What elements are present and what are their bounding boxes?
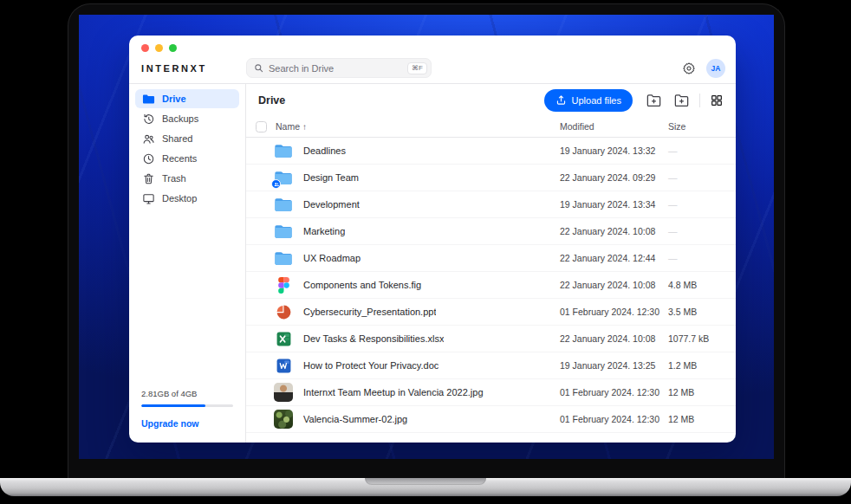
file-size: —	[668, 172, 725, 183]
avatar[interactable]: JA	[706, 59, 725, 78]
excel-file-icon	[274, 329, 293, 348]
grid-view-icon	[710, 94, 724, 107]
table-row[interactable]: Components and Tokens.fig22 January 2024…	[246, 272, 736, 299]
upgrade-link[interactable]: Upgrade now	[141, 418, 199, 429]
sidebar-item-backups[interactable]: Backups	[135, 109, 239, 128]
sidebar-item-recents[interactable]: Recents	[135, 149, 239, 168]
file-modified-date: 01 February 2024. 12:30	[560, 414, 668, 424]
file-name: Deadlines	[303, 145, 346, 156]
main-panel: Drive Upload files	[246, 84, 736, 443]
table-row[interactable]: UX Roadmap22 January 2024. 12:44—	[246, 245, 736, 272]
column-header-name[interactable]: Name ↑	[276, 121, 307, 132]
laptop-bezel: INTERNXT Search in Drive ⌘F	[68, 3, 785, 479]
window-controls	[141, 44, 177, 52]
file-name: Components and Tokens.fig	[303, 280, 421, 290]
folder-icon	[274, 195, 293, 214]
file-name: UX Roadmap	[303, 253, 361, 263]
table-row[interactable]: Development19 January 2024. 13:34—	[246, 191, 736, 218]
folder-icon	[274, 249, 293, 268]
laptop-mockup: INTERNXT Search in Drive ⌘F	[0, 0, 851, 504]
file-size: —	[668, 199, 725, 210]
folder-plus-icon	[673, 92, 690, 108]
file-name: Development	[303, 199, 360, 210]
storage-progress-bar	[141, 404, 233, 407]
file-modified-date: 22 January 2024. 12:44	[560, 253, 668, 263]
column-header-modified[interactable]: Modified	[560, 121, 668, 132]
maximize-window-button[interactable]	[169, 44, 177, 52]
file-name: Dev Tasks & Responsibilities.xlsx	[303, 333, 444, 344]
sidebar-item-desktop[interactable]: Desktop	[135, 189, 239, 208]
search-placeholder: Search in Drive	[269, 63, 402, 74]
folder-icon	[274, 141, 293, 160]
sidebar-item-label: Recents	[162, 153, 197, 164]
file-modified-date: 22 January 2024. 09:29	[560, 172, 668, 183]
file-modified-date: 01 February 2024. 12:30	[560, 387, 668, 397]
word-file-icon	[274, 356, 293, 375]
figma-file-icon	[274, 275, 293, 294]
settings-button[interactable]	[682, 61, 696, 75]
new-folder-button[interactable]	[672, 90, 692, 110]
gear-icon	[682, 61, 696, 75]
file-size: 1077.7 kB	[668, 333, 725, 344]
file-modified-date: 01 February 2024. 12:30	[560, 307, 668, 317]
backups-history-icon	[141, 113, 155, 126]
file-name: Design Team	[303, 172, 359, 183]
table-row[interactable]: Design Team22 January 2024. 09:29—	[246, 165, 736, 191]
sidebar-item-trash[interactable]: Trash	[135, 169, 239, 188]
table-row[interactable]: Internxt Team Meetup in Valencia 2022.jp…	[246, 379, 736, 406]
upload-files-label: Upload files	[572, 95, 621, 106]
file-modified-date: 22 January 2024. 10:08	[560, 333, 668, 344]
storage-panel: 2.81GB of 4GB Upgrade now	[135, 389, 239, 430]
grid-view-button[interactable]	[708, 92, 725, 109]
breadcrumb: Drive	[258, 94, 285, 107]
upload-files-button[interactable]: Upload files	[544, 89, 633, 112]
sidebar-item-label: Desktop	[162, 193, 197, 204]
minimize-window-button[interactable]	[155, 44, 163, 52]
folder-icon	[274, 222, 293, 241]
toolbar-divider	[699, 94, 700, 107]
file-name: Internxt Team Meetup in Valencia 2022.jp…	[303, 387, 484, 397]
file-name: How to Protect Your Privacy.doc	[303, 360, 438, 371]
file-size: —	[668, 145, 725, 156]
file-name: Cybersecurity_Presentation.ppt	[303, 307, 436, 317]
folder-plus-icon	[646, 92, 662, 108]
recents-clock-icon	[141, 152, 155, 165]
sidebar-item-drive[interactable]: Drive	[135, 89, 239, 108]
file-size: 1.2 MB	[668, 360, 725, 371]
window-topbar: INTERNXT Search in Drive ⌘F	[129, 36, 736, 84]
file-size: 3.5 MB	[668, 307, 725, 317]
search-input[interactable]: Search in Drive ⌘F	[246, 58, 432, 78]
select-all-checkbox[interactable]	[256, 121, 267, 132]
file-modified-date: 22 January 2024. 10:08	[560, 226, 668, 236]
file-size: 4.8 MB	[668, 280, 725, 290]
sidebar-nav: DriveBackupsSharedRecentsTrashDesktop	[135, 89, 239, 209]
storage-usage-text: 2.81GB of 4GB	[141, 389, 233, 398]
file-modified-date: 19 January 2024. 13:34	[560, 199, 668, 210]
shared-badge-icon	[271, 179, 281, 189]
desktop-monitor-icon	[141, 192, 155, 205]
file-size: —	[668, 253, 725, 263]
table-row[interactable]: Deadlines19 January 2024. 13:32—	[246, 138, 736, 165]
file-modified-date: 19 January 2024. 13:25	[560, 360, 668, 371]
laptop-base-notch	[365, 478, 486, 485]
file-list: Deadlines19 January 2024. 13:32—Design T…	[246, 138, 736, 443]
laptop-base	[0, 478, 851, 496]
sidebar-item-shared[interactable]: Shared	[135, 129, 239, 148]
file-name: Marketing	[303, 226, 345, 236]
table-row[interactable]: Marketing22 January 2024. 10:08—	[246, 218, 736, 245]
sort-ascending-icon: ↑	[302, 122, 307, 132]
table-row[interactable]: Valencia-Summer-02.jpg01 February 2024. …	[246, 406, 736, 433]
internxt-logo: INTERNXT	[141, 63, 246, 74]
search-icon	[254, 63, 263, 73]
column-header-size[interactable]: Size	[668, 121, 725, 132]
file-size: —	[668, 226, 725, 236]
table-row[interactable]: How to Protect Your Privacy.doc19 Januar…	[246, 352, 736, 379]
upload-folder-button[interactable]	[644, 90, 664, 110]
internxt-drive-window: INTERNXT Search in Drive ⌘F	[129, 36, 736, 443]
sidebar-item-label: Backups	[162, 113, 198, 124]
shared-folder-icon	[274, 168, 293, 187]
trash-icon	[141, 172, 155, 185]
close-window-button[interactable]	[141, 44, 149, 52]
table-row[interactable]: Cybersecurity_Presentation.ppt01 Februar…	[246, 299, 736, 326]
table-row[interactable]: Dev Tasks & Responsibilities.xlsx22 Janu…	[246, 326, 736, 352]
